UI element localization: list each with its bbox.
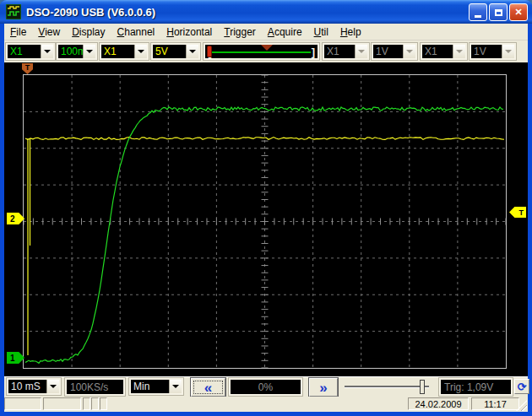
dropdown-arrow-icon	[502, 45, 514, 58]
app-window: DSO-2090 USB (V6.0.0.6) ✕ File View Disp…	[0, 0, 532, 416]
ch1-volts-div-select[interactable]: 100mV	[57, 43, 97, 60]
menu-horizontal[interactable]: Horizontal	[160, 24, 218, 40]
slider-track	[210, 51, 311, 53]
alt-b-volts-div-select: 1V	[470, 43, 516, 60]
dropdown-arrow-icon	[355, 45, 367, 58]
ch1-attenuation-select[interactable]: X1	[6, 43, 55, 60]
bottom-control-bar: 10 mS 100KS/s Min « 0% » Trig: 1,09V ⟳	[4, 376, 528, 397]
trigger-time-marker[interactable]: T	[22, 63, 33, 74]
dropdown-arrow-icon[interactable]	[83, 45, 95, 58]
refresh-button[interactable]: ⟳	[514, 379, 529, 394]
channel2-position-marker[interactable]: 2	[7, 213, 24, 224]
menu-help[interactable]: Help	[334, 24, 367, 40]
dropdown-arrow-icon[interactable]	[134, 45, 147, 58]
close-icon: ✕	[514, 7, 522, 18]
status-cell-tiny	[91, 397, 99, 410]
dropdown-arrow-icon[interactable]	[186, 45, 198, 58]
scroll-position-readout: 0%	[229, 378, 302, 396]
slider-handle[interactable]	[207, 46, 212, 57]
ch2-attenuation-select[interactable]: X1	[100, 43, 149, 60]
menu-channel[interactable]: Channel	[111, 24, 161, 40]
window-title: DSO-2090 USB (V6.0.0.6)	[26, 6, 155, 19]
minimize-icon	[475, 15, 481, 18]
waveform-plot	[23, 74, 507, 369]
slider-track	[345, 386, 429, 388]
menu-acquire[interactable]: Acquire	[262, 24, 308, 40]
slider-right-bracket: ]	[312, 46, 315, 58]
menu-trigger[interactable]: Trigger	[218, 24, 262, 40]
menu-view[interactable]: View	[32, 24, 66, 40]
status-bar: 24.02.2009 11:17	[4, 397, 528, 412]
refresh-icon: ⟳	[518, 381, 527, 393]
alt-b-attenuation-select: X1	[421, 43, 467, 60]
acquire-mode-select[interactable]: Min	[129, 378, 183, 395]
menu-bar: File View Display Channel Horizontal Tri…	[4, 24, 528, 41]
channel1-position-marker[interactable]: 1	[7, 352, 24, 364]
dropdown-arrow-icon	[453, 45, 465, 58]
slider-handle[interactable]	[420, 380, 425, 394]
maximize-icon	[495, 9, 502, 16]
menu-display[interactable]: Display	[66, 24, 111, 40]
maximize-button[interactable]	[489, 3, 508, 21]
horizontal-position-slider[interactable]: [ ]	[204, 43, 319, 60]
chevron-right-icon: »	[319, 381, 327, 395]
status-time: 11:17	[471, 397, 519, 410]
dropdown-arrow-icon[interactable]	[41, 45, 53, 58]
title-bar: DSO-2090 USB (V6.0.0.6) ✕	[0, 0, 532, 24]
menu-util[interactable]: Util	[308, 24, 334, 40]
app-icon	[6, 4, 21, 19]
status-cell-empty	[43, 397, 81, 410]
trigger-level-readout: Trig: 1,09V	[439, 378, 513, 396]
ch2-volts-div-select[interactable]: 5V	[151, 43, 200, 60]
minimize-button[interactable]	[469, 3, 487, 21]
status-cell-empty	[4, 397, 41, 410]
status-date: 24.02.2009	[408, 397, 469, 410]
scroll-right-button[interactable]: »	[309, 378, 338, 397]
alt-a-volts-div-select: 1V	[372, 43, 417, 60]
dropdown-arrow-icon[interactable]	[46, 380, 59, 393]
sample-rate-readout: 100KS/s	[65, 378, 125, 396]
timebase-select[interactable]: 10 mS	[7, 378, 61, 395]
toolbar: X1 100mV X1 5V [ ] X1 1V	[4, 41, 528, 62]
close-button[interactable]: ✕	[509, 3, 528, 21]
scroll-left-button[interactable]: «	[191, 378, 225, 397]
scope-display: T 2 1 T	[4, 62, 528, 376]
status-cell-tiny	[100, 397, 107, 410]
buffer-scroll-slider[interactable]	[345, 378, 429, 397]
menu-file[interactable]: File	[4, 24, 32, 40]
waveform-svg	[24, 75, 506, 368]
dropdown-arrow-icon	[403, 45, 415, 58]
dropdown-arrow-icon[interactable]	[169, 380, 182, 393]
trigger-position-pointer-icon[interactable]	[261, 45, 273, 51]
trigger-level-marker[interactable]: T	[509, 207, 526, 218]
alt-a-attenuation-select: X1	[323, 43, 369, 60]
status-cell-tiny	[83, 397, 90, 410]
chevron-left-icon: «	[204, 381, 212, 395]
